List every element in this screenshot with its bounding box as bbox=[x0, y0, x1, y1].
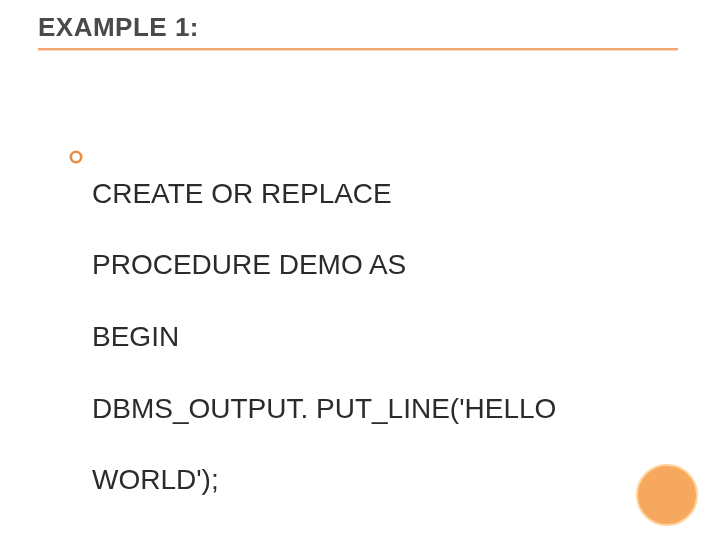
code-line: PROCEDURE DEMO AS bbox=[92, 249, 406, 280]
code-block: CREATE OR REPLACE PROCEDURE DEMO AS BEGI… bbox=[92, 140, 556, 540]
decorative-circle-icon bbox=[636, 464, 698, 526]
code-line: WORLD'); bbox=[92, 464, 219, 495]
code-line: BEGIN bbox=[92, 321, 179, 352]
title-underline bbox=[38, 48, 678, 50]
code-line: CREATE OR REPLACE bbox=[92, 178, 392, 209]
slide-title: EXAMPLE 1: bbox=[38, 12, 199, 43]
code-line: DBMS_OUTPUT. PUT_LINE('HELLO bbox=[92, 393, 556, 424]
ring-bullet-icon bbox=[68, 149, 84, 165]
content-area: CREATE OR REPLACE PROCEDURE DEMO AS BEGI… bbox=[68, 140, 660, 540]
code-line: END; bbox=[92, 536, 159, 540]
bullet-item: CREATE OR REPLACE PROCEDURE DEMO AS BEGI… bbox=[68, 140, 660, 540]
svg-point-0 bbox=[71, 152, 81, 162]
